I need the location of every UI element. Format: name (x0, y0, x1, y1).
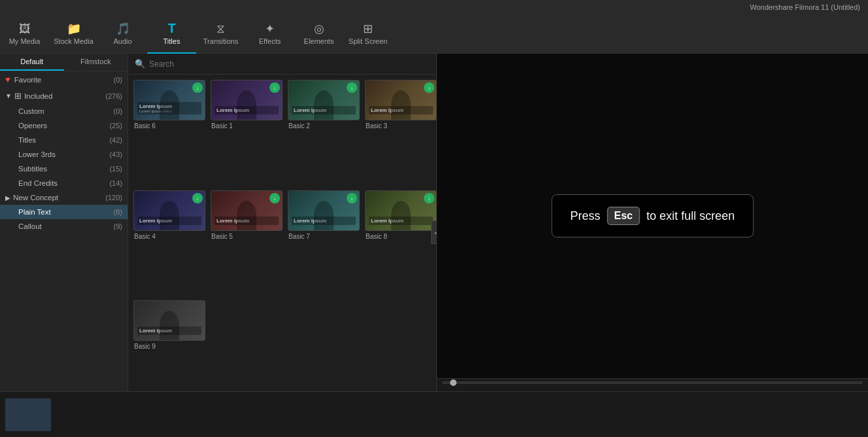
thumb-label-basic1: Basic 1 (211, 122, 283, 130)
thumb-img-basic6: ↓ Lorem Ipsum Lorem ipsum dolor (133, 80, 205, 120)
progress-track[interactable] (442, 381, 863, 384)
custom-label: Custom (18, 107, 114, 115)
download-badge: ↓ (347, 82, 357, 93)
thumbnail-basic5[interactable]: ↓ Lorem ipsum Basic 5 (211, 190, 283, 296)
end-credits-count: (14) (109, 179, 122, 187)
sidebar-item-callout[interactable]: Callout (9) (0, 219, 128, 234)
callout-count: (9) (114, 222, 122, 230)
sidebar-item-openers[interactable]: Openers (25) (0, 118, 128, 133)
tab-transitions[interactable]: ⧖ Transitions (196, 14, 245, 54)
sidebar-item-subtitles[interactable]: Subtitles (15) (0, 162, 128, 176)
thumbnail-basic6[interactable]: ↓ Lorem Ipsum Lorem ipsum dolor Basic 6 (133, 80, 205, 185)
chevron-down-icon: ▼ (5, 92, 12, 99)
tab-titles-label: Titles (164, 37, 181, 45)
thumbnail-basic9[interactable]: Lorem Ipsum Basic 9 (133, 300, 205, 406)
thumb-img-basic1: ↓ Lorem Ipsum (211, 80, 283, 120)
download-badge: ↓ (269, 82, 280, 93)
thumb-img-basic8: ↓ Lorem Ipsum (365, 190, 436, 231)
app-title: Wondershare Filmora 11 (Untitled) (750, 3, 860, 11)
new-concept-count: (120) (105, 194, 122, 201)
thumb-label-basic8: Basic 8 (365, 233, 436, 240)
subtitles-label: Subtitles (18, 165, 109, 173)
bottom-toolbar: ↩ ↪ 🗑 ✂ ☰ ⊞ 🔗 (0, 411, 868, 437)
lower3rds-count: (43) (109, 150, 122, 158)
thumbnail-basic8[interactable]: ↓ Lorem Ipsum Basic 8 (365, 190, 436, 296)
custom-count: (0) (114, 107, 122, 115)
tab-elements-label: Elements (304, 37, 334, 45)
search-icon: 🔍 (135, 59, 145, 69)
titles-count: (42) (109, 136, 122, 144)
filter-tab-filmstock[interactable]: Filmstock (64, 54, 128, 71)
download-badge: ↓ (424, 193, 434, 203)
subtitles-count: (15) (109, 165, 122, 173)
preview-area: Press Esc to exit full screen (437, 54, 868, 378)
thumbnail-basic3[interactable]: ↓ Lorem Ipsum Basic 3 (365, 80, 436, 185)
progress-dot (450, 379, 457, 386)
my-media-icon: 🖼 (19, 23, 31, 35)
sidebar-item-favorite[interactable]: ♥ Favorite (0) (0, 71, 128, 88)
press-text: Press (570, 209, 600, 223)
filter-tabs: Default Filmstock (0, 54, 128, 71)
tab-titles[interactable]: T Titles (147, 14, 196, 54)
titles-label: Titles (18, 136, 109, 144)
filmstrip-area (0, 391, 868, 437)
thumb-img-basic4: ↓ Lorem Ipsum (133, 190, 205, 231)
thumb-label-basic5: Basic 5 (211, 233, 283, 240)
tab-split-screen[interactable]: ⊞ Split Screen (343, 14, 392, 54)
thumbnail-basic2[interactable]: ↓ Lorem Ipsum Basic 2 (288, 80, 360, 185)
stock-media-icon: 📁 (67, 23, 81, 35)
sidebar-group-new-concept[interactable]: ▶ New Concept (120) (0, 190, 128, 205)
sidebar-item-plain-text[interactable]: Plain Text (8) (0, 205, 128, 219)
collapse-panel-button[interactable]: ◀ (431, 220, 436, 244)
tab-audio-label: Audio (113, 37, 131, 45)
plain-text-count: (8) (114, 208, 122, 216)
content-wrapper: 🔍 ↓ Lorem Ipsum Lorem ipsum dolor Basic … (128, 54, 868, 411)
top-bar: Wondershare Filmora 11 (Untitled) (0, 0, 868, 14)
included-label: Included (24, 92, 105, 100)
esc-key: Esc (607, 207, 640, 225)
end-credits-label: End Credits (18, 179, 109, 187)
audio-icon: 🎵 (116, 23, 130, 35)
nav-tabs: 🖼 My Media 📁 Stock Media 🎵 Audio T Title… (0, 14, 868, 54)
search-bar: 🔍 (128, 54, 436, 75)
elements-icon: ◎ (314, 23, 324, 35)
sidebar-item-lower3rds[interactable]: Lower 3rds (43) (0, 147, 128, 162)
sidebar-item-end-credits[interactable]: End Credits (14) (0, 176, 128, 190)
right-panel: Press Esc to exit full screen ⏮ ⏪ ▶ ⏹ (436, 54, 868, 411)
download-badge: ↓ (192, 193, 203, 203)
thumb-label-basic3: Basic 3 (365, 122, 436, 130)
tab-effects[interactable]: ✦ Effects (245, 14, 294, 54)
filmstrip-thumb (5, 398, 51, 431)
new-concept-label: New Concept (13, 194, 105, 201)
esc-overlay: Press Esc to exit full screen (551, 194, 754, 237)
exit-text: to exit full screen (646, 209, 735, 223)
tab-elements[interactable]: ◎ Elements (294, 14, 343, 54)
tab-effects-label: Effects (259, 37, 281, 45)
tab-audio[interactable]: 🎵 Audio (98, 14, 147, 54)
titles-icon: T (167, 22, 175, 35)
favorite-count: (0) (114, 76, 122, 84)
thumb-label-basic4: Basic 4 (133, 233, 205, 240)
included-count: (276) (105, 92, 122, 100)
filter-tab-default[interactable]: Default (0, 54, 64, 71)
sidebar-item-custom[interactable]: Custom (0) (0, 104, 128, 118)
tab-stock-media[interactable]: 📁 Stock Media (49, 14, 98, 54)
thumb-label-basic9: Basic 9 (133, 343, 205, 350)
download-badge: ↓ (424, 82, 434, 93)
thumbnail-basic7[interactable]: ↓ Lorem Ipsum Basic 7 (288, 190, 360, 296)
search-input[interactable] (149, 60, 430, 69)
tab-my-media[interactable]: 🖼 My Media (0, 14, 49, 54)
thumb-img-basic2: ↓ Lorem Ipsum (288, 80, 360, 120)
thumb-label-basic2: Basic 2 (288, 122, 360, 130)
tab-my-media-label: My Media (9, 37, 41, 45)
thumbnails-grid: ↓ Lorem Ipsum Lorem ipsum dolor Basic 6 … (128, 75, 436, 411)
lower3rds-label: Lower 3rds (18, 150, 109, 158)
thumbnail-basic4[interactable]: ↓ Lorem Ipsum Basic 4 (133, 190, 205, 296)
sidebar-item-titles[interactable]: Titles (42) (0, 133, 128, 147)
thumb-img-basic7: ↓ Lorem Ipsum (288, 190, 360, 231)
tab-stock-media-label: Stock Media (54, 37, 94, 45)
sidebar-group-included[interactable]: ▼ ⊞ Included (276) (0, 88, 128, 104)
thumbnail-basic1[interactable]: ↓ Lorem Ipsum Basic 1 (211, 80, 283, 185)
download-badge: ↓ (347, 193, 357, 203)
thumb-img-basic5: ↓ Lorem ipsum (211, 190, 283, 231)
